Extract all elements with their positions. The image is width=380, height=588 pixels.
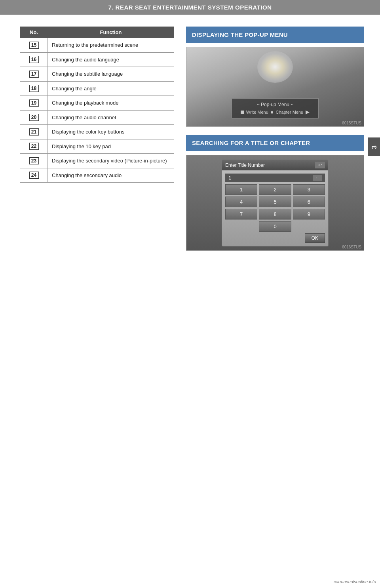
keypad-zero-key[interactable]: 0 <box>259 221 291 232</box>
popup-separator: ■ <box>271 110 274 115</box>
popup-screenshot-code: 6015STUS <box>342 121 361 125</box>
number-box: 19 <box>29 99 39 107</box>
popup-screenshot-container: ~ Pop-up Menu ~ Write Menu ■ Chapter Men… <box>186 47 364 127</box>
row-number-cell: 17 <box>20 67 48 82</box>
row-function-cell: Returning to the predetermined scene <box>48 38 174 53</box>
row-function-cell: Changing the audio language <box>48 52 174 67</box>
table-row: 17Changing the subtitle language <box>20 67 174 82</box>
number-box: 15 <box>29 42 39 49</box>
keypad-body: 1 ← 123456789 0 OK <box>222 170 328 246</box>
table-row: 16Changing the audio language <box>20 52 174 67</box>
search-section: SEARCHING FOR A TITLE OR CHAPTER Enter T… <box>186 135 364 251</box>
popup-menu-title: ~ Pop-up Menu ~ <box>238 102 312 107</box>
row-function-cell: Changing the playback mode <box>48 96 174 111</box>
table-header-function: Function <box>48 27 174 38</box>
right-column: 3 DISPLAYING THE POP-UP MENU ~ Pop-up Me… <box>186 27 364 251</box>
table-row: 23Displaying the secondary video (Pictur… <box>20 154 174 168</box>
table-row: 18Changing the angle <box>20 81 174 96</box>
keypad-backspace-button[interactable]: ← <box>313 175 322 181</box>
popup-glow <box>257 51 293 83</box>
number-box: 24 <box>29 172 39 179</box>
row-number-cell: 19 <box>20 96 48 111</box>
table-row: 21Displaying the color key buttons <box>20 125 174 139</box>
row-number-cell: 15 <box>20 38 48 53</box>
row-function-cell: Changing the angle <box>48 81 174 96</box>
keypad-key[interactable]: 9 <box>293 209 325 220</box>
header-title: 7. REAR SEAT ENTERTAINMENT SYSTEM OPERAT… <box>108 4 272 11</box>
row-number-cell: 24 <box>20 168 48 183</box>
keypad-back-button[interactable]: ↩ <box>315 162 325 168</box>
keypad-grid: 123456789 <box>225 184 325 220</box>
watermark: carmanualsonline.info <box>334 579 376 584</box>
popup-screenshot: ~ Pop-up Menu ~ Write Menu ■ Chapter Men… <box>186 47 364 126</box>
arrow-icon: ▶ <box>306 109 310 115</box>
row-function-cell: Displaying the 10 key pad <box>48 139 174 154</box>
search-section-header: SEARCHING FOR A TITLE OR CHAPTER <box>186 135 364 151</box>
table-row: 24Changing the secondary audio <box>20 168 174 183</box>
keypad-key[interactable]: 5 <box>259 197 291 207</box>
keypad-key[interactable]: 7 <box>225 209 257 220</box>
popup-section-title: DISPLAYING THE POP-UP MENU <box>192 31 288 38</box>
row-number-cell: 21 <box>20 125 48 139</box>
number-box: 16 <box>29 56 39 63</box>
row-function-cell: Displaying the secondary video (Picture-… <box>48 154 174 168</box>
keypad-key[interactable]: 2 <box>259 184 291 195</box>
row-number-cell: 16 <box>20 52 48 67</box>
row-function-cell: Changing the audio channel <box>48 110 174 125</box>
search-section-title: SEARCHING FOR A TITLE OR CHAPTER <box>192 139 310 146</box>
square-icon <box>241 111 244 114</box>
row-function-cell: Displaying the color key buttons <box>48 125 174 139</box>
keypad-zero-row: 0 <box>225 221 325 232</box>
popup-menu-box: ~ Pop-up Menu ~ Write Menu ■ Chapter Men… <box>232 98 319 118</box>
keypad-dialog: Enter Title Number ↩ 1 ← 123456789 0 <box>222 159 329 246</box>
number-box: 22 <box>29 143 39 150</box>
row-number-cell: 18 <box>20 81 48 96</box>
keypad-display-value: 1 <box>228 175 231 181</box>
popup-section: DISPLAYING THE POP-UP MENU ~ Pop-up Menu… <box>186 27 364 127</box>
keypad-key[interactable]: 4 <box>225 197 257 207</box>
left-column: No. Function 15Returning to the predeter… <box>20 27 174 251</box>
keypad-ok-button[interactable]: OK <box>305 233 325 243</box>
row-number-cell: 20 <box>20 110 48 125</box>
row-number-cell: 23 <box>20 154 48 168</box>
table-row: 20Changing the audio channel <box>20 110 174 125</box>
page-header: 7. REAR SEAT ENTERTAINMENT SYSTEM OPERAT… <box>0 0 380 15</box>
row-number-cell: 22 <box>20 139 48 154</box>
function-table: No. Function 15Returning to the predeter… <box>20 27 174 183</box>
keypad-key[interactable]: 6 <box>293 197 325 207</box>
number-box: 18 <box>29 85 39 92</box>
keypad-title-bar: Enter Title Number ↩ <box>222 160 328 170</box>
popup-item2: Chapter Menu <box>276 110 303 115</box>
number-box: 23 <box>29 157 39 164</box>
keypad-screenshot: Enter Title Number ↩ 1 ← 123456789 0 <box>186 155 364 250</box>
popup-menu-items: Write Menu ■ Chapter Menu ▶ <box>238 109 312 115</box>
keypad-key[interactable]: 1 <box>225 184 257 195</box>
table-row: 19Changing the playback mode <box>20 96 174 111</box>
keypad-display: 1 ← <box>225 174 325 182</box>
number-box: 20 <box>29 114 39 121</box>
keypad-key[interactable]: 3 <box>293 184 325 195</box>
table-row: 22Displaying the 10 key pad <box>20 139 174 154</box>
keypad-ok-row: OK <box>225 233 325 243</box>
keypad-key[interactable]: 8 <box>259 209 291 220</box>
keypad-screenshot-code: 6016STUS <box>342 245 361 249</box>
side-tab: 3 <box>368 137 380 156</box>
row-function-cell: Changing the subtitle language <box>48 67 174 82</box>
number-box: 21 <box>29 128 39 136</box>
number-box: 17 <box>29 71 39 78</box>
popup-section-header: DISPLAYING THE POP-UP MENU <box>186 27 364 43</box>
table-header-no: No. <box>20 27 48 38</box>
row-function-cell: Changing the secondary audio <box>48 168 174 183</box>
table-row: 15Returning to the predetermined scene <box>20 38 174 53</box>
keypad-screenshot-container: Enter Title Number ↩ 1 ← 123456789 0 <box>186 155 364 251</box>
keypad-dialog-title: Enter Title Number <box>225 162 265 168</box>
popup-item1: Write Menu <box>246 110 268 115</box>
